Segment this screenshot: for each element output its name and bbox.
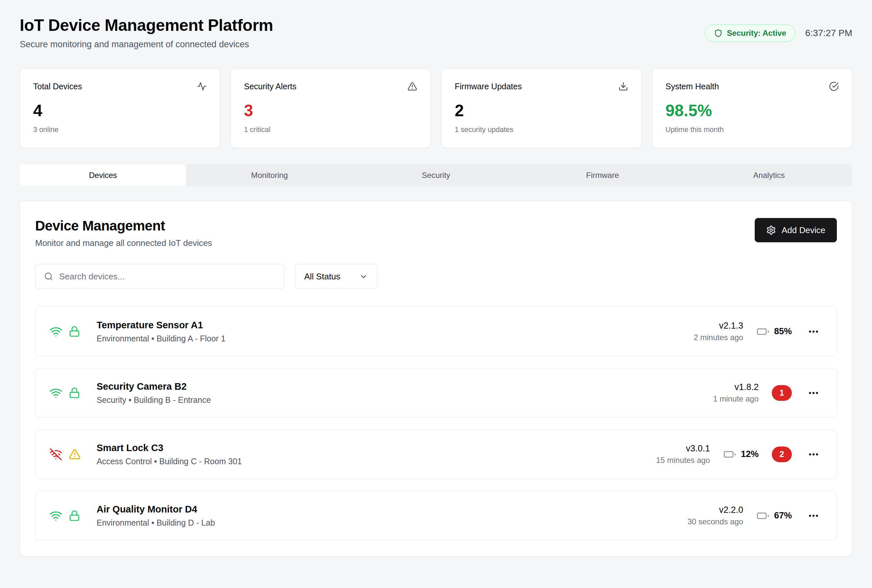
device-version: v2.2.0	[686, 505, 743, 515]
device-version-block: v1.8.2 1 minute ago	[701, 382, 759, 404]
device-text: Air Quality Monitor D4 Environmental • B…	[96, 504, 215, 528]
lock-icon	[69, 326, 80, 337]
device-version-block: v2.1.3 2 minutes ago	[686, 321, 743, 342]
wifi-icon	[49, 386, 62, 399]
battery-indicator: 85%	[756, 325, 792, 338]
stat-subtext: 1 security updates	[455, 125, 628, 134]
device-version: v2.1.3	[686, 321, 743, 331]
device-row: Temperature Sensor A1 Environmental • Bu…	[35, 307, 837, 356]
device-status-icons	[49, 448, 82, 461]
device-status-icons	[49, 325, 82, 338]
panel-title: Device Management	[35, 218, 212, 234]
stat-card: System Health 98.5% Uptime this month	[652, 69, 852, 148]
tab-security[interactable]: Security	[353, 165, 519, 186]
stat-card: Firmware Updates 2 1 security updates	[441, 69, 642, 148]
device-name: Security Camera B2	[96, 381, 211, 392]
device-row-right: v3.0.1 15 minutes ago 12% 2	[652, 444, 822, 465]
tab-devices[interactable]: Devices	[20, 165, 186, 186]
warning-icon	[69, 448, 81, 460]
device-status-icons	[49, 509, 82, 522]
stat-card-head: Firmware Updates	[455, 81, 628, 91]
gear-icon	[766, 225, 776, 235]
device-row: Air Quality Monitor D4 Environmental • B…	[35, 491, 837, 540]
device-status-icons	[49, 386, 82, 399]
stat-card: Total Devices 4 3 online	[20, 69, 220, 148]
device-text: Smart Lock C3 Access Control • Building …	[96, 442, 242, 466]
ellipsis-icon	[807, 326, 819, 338]
device-row-left: Smart Lock C3 Access Control • Building …	[49, 442, 242, 466]
clock: 6:37:27 PM	[805, 28, 852, 38]
battery-percent: 12%	[741, 449, 759, 459]
device-text: Temperature Sensor A1 Environmental • Bu…	[96, 320, 226, 344]
alert-triangle-icon	[407, 81, 417, 91]
stat-value: 98.5%	[666, 101, 839, 120]
stat-subtext: 1 critical	[244, 125, 418, 134]
panel-subtitle: Monitor and manage all connected IoT dev…	[35, 238, 212, 248]
device-row-right: v1.8.2 1 minute ago 1	[701, 382, 822, 404]
wifi-icon	[49, 325, 62, 338]
search-icon	[44, 272, 53, 281]
stat-label: System Health	[666, 82, 719, 91]
device-menu-button[interactable]	[805, 446, 822, 463]
tab-firmware[interactable]: Firmware	[519, 165, 686, 186]
check-circle-icon	[829, 81, 839, 91]
activity-icon	[197, 81, 207, 91]
alert-count-badge: 2	[772, 447, 792, 462]
status-filter-dropdown[interactable]: All Status	[295, 264, 377, 289]
shield-icon	[714, 29, 723, 38]
device-last-seen: 1 minute ago	[701, 394, 759, 404]
search-box	[35, 264, 284, 289]
tab-analytics[interactable]: Analytics	[686, 165, 852, 186]
device-last-seen: 2 minutes ago	[686, 333, 743, 342]
search-input[interactable]	[59, 272, 275, 282]
device-version: v3.0.1	[652, 444, 710, 454]
device-row-left: Temperature Sensor A1 Environmental • Bu…	[49, 320, 226, 344]
list-controls: All Status	[35, 264, 837, 289]
lock-icon	[69, 387, 80, 399]
page-subtitle: Secure monitoring and management of conn…	[20, 39, 273, 50]
stat-card-head: System Health	[666, 81, 839, 91]
tab-monitoring[interactable]: Monitoring	[186, 165, 353, 186]
stat-label: Total Devices	[33, 82, 82, 91]
battery-icon	[756, 325, 770, 338]
panel-header: Device Management Monitor and manage all…	[35, 218, 837, 248]
device-version-block: v2.2.0 30 seconds ago	[686, 505, 743, 526]
device-name: Temperature Sensor A1	[96, 320, 226, 331]
stat-value: 2	[455, 101, 628, 120]
page-title: IoT Device Management Platform	[20, 16, 273, 35]
ellipsis-icon	[807, 448, 819, 460]
tab-bar: DevicesMonitoringSecurityFirmwareAnalyti…	[20, 165, 852, 186]
stat-label: Security Alerts	[244, 82, 297, 91]
download-icon	[618, 81, 628, 91]
security-status-badge: Security: Active	[705, 24, 795, 42]
device-menu-button[interactable]	[805, 384, 822, 402]
device-name: Smart Lock C3	[96, 442, 242, 453]
battery-percent: 85%	[774, 326, 792, 336]
device-version: v1.8.2	[701, 382, 759, 392]
ellipsis-icon	[807, 387, 819, 399]
device-row-right: v2.2.0 30 seconds ago 67%	[686, 505, 822, 526]
device-row: Security Camera B2 Security • Building B…	[35, 368, 837, 418]
stat-label: Firmware Updates	[455, 82, 522, 91]
device-row: Smart Lock C3 Access Control • Building …	[35, 429, 837, 479]
ellipsis-icon	[807, 510, 819, 522]
add-device-button[interactable]: Add Device	[755, 218, 837, 242]
device-version-block: v3.0.1 15 minutes ago	[652, 444, 710, 465]
stat-value: 4	[33, 101, 207, 120]
stat-value: 3	[244, 101, 418, 120]
device-text: Security Camera B2 Security • Building B…	[96, 381, 211, 405]
security-badge-label: Security: Active	[727, 28, 786, 38]
device-last-seen: 15 minutes ago	[652, 456, 710, 465]
page: IoT Device Management Platform Secure mo…	[0, 0, 872, 583]
header: IoT Device Management Platform Secure mo…	[20, 16, 852, 50]
wifi-icon	[49, 509, 62, 522]
device-row-left: Security Camera B2 Security • Building B…	[49, 381, 211, 405]
panel-titles: Device Management Monitor and manage all…	[35, 218, 212, 248]
device-menu-button[interactable]	[805, 507, 822, 524]
battery-icon	[756, 509, 770, 522]
device-row-left: Air Quality Monitor D4 Environmental • B…	[49, 504, 215, 528]
stat-subtext: Uptime this month	[666, 125, 839, 134]
device-menu-button[interactable]	[805, 323, 822, 340]
battery-indicator: 67%	[756, 509, 792, 522]
stats-row: Total Devices 4 3 online Security Alerts…	[20, 69, 852, 148]
